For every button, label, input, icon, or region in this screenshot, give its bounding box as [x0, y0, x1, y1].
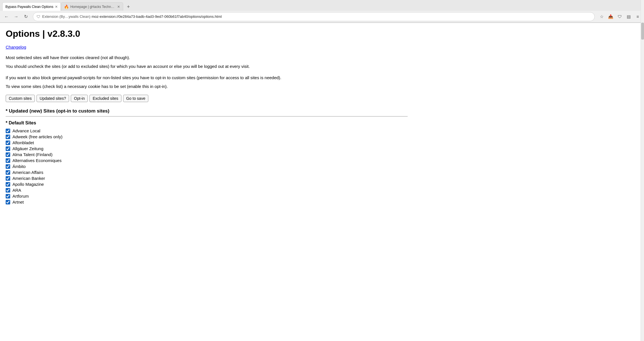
back-button[interactable]: ←: [2, 12, 11, 21]
site-checkbox-alternatives-econ[interactable]: [6, 158, 10, 163]
description-line-3: If you want to also block general paywal…: [6, 75, 408, 81]
site-item: American Banker: [6, 176, 408, 181]
nav-bar: ← → ↻ 🛡 Extension (By…ywalls Clean) moz-…: [0, 11, 644, 23]
site-label-advance-local: Advance Local: [12, 128, 40, 133]
go-to-save-button[interactable]: Go to save: [123, 95, 149, 102]
url-display: moz-extension://0e284a73-badb-4ad3-9ed7-…: [92, 14, 222, 19]
site-label-adweek: Adweek (free articles only): [12, 134, 63, 139]
site-checkbox-aftonbladet[interactable]: [6, 141, 10, 145]
tab-homepage-title: Homepage | gHacks Technolog…: [70, 5, 115, 9]
site-item: Artnet: [6, 200, 408, 204]
extension-label: Extension (By…ywalls Clean): [42, 14, 91, 19]
tab-homepage-close[interactable]: ✕: [117, 5, 120, 9]
site-label-aftonbladet: Aftonbladet: [12, 140, 34, 145]
custom-sites-button[interactable]: Custom sites: [6, 95, 35, 102]
site-item: ARA: [6, 188, 408, 193]
site-checkbox-advance-local[interactable]: [6, 129, 10, 133]
scrollbar-track[interactable]: [641, 0, 644, 217]
site-checkbox-american-affairs[interactable]: [6, 170, 10, 175]
description-line-4: To view some sites (check list) a necess…: [6, 83, 408, 90]
reader-icon[interactable]: ▤: [625, 13, 633, 21]
site-item: Alma Talent (Finland): [6, 152, 408, 157]
site-label-alternatives-econ: Alternatives Economiques: [12, 158, 61, 163]
forward-button[interactable]: →: [12, 12, 20, 21]
changelog-link[interactable]: Changelog: [6, 45, 26, 49]
tab-homepage-favicon: 🔥: [64, 5, 69, 9]
site-label-american-affairs: American Affairs: [12, 170, 43, 175]
default-sites-title: * Default Sites: [6, 120, 408, 126]
browser-chrome: Bypass Paywalls Clean Options ✕ 🔥 Homepa…: [0, 0, 644, 23]
site-checkbox-ambito[interactable]: [6, 164, 10, 169]
tab-homepage[interactable]: 🔥 Homepage | gHacks Technolog… ✕: [61, 2, 123, 11]
site-checkbox-allgauer[interactable]: [6, 146, 10, 151]
site-item: Alternatives Economiques: [6, 158, 408, 163]
section-divider: [6, 116, 408, 116]
site-checkbox-ara[interactable]: [6, 188, 10, 193]
security-icon: 🛡: [37, 14, 40, 19]
nav-buttons: Custom sites Updated sites? Opt-in Exclu…: [6, 95, 408, 102]
site-label-artnet: Artnet: [12, 200, 24, 204]
site-label-ara: ARA: [12, 188, 21, 193]
site-item: Artforum: [6, 194, 408, 198]
updated-sites-button[interactable]: Updated sites?: [37, 95, 69, 102]
updated-section-title: * Updated (new) Sites (opt-in to custom …: [6, 108, 408, 114]
tab-bar: Bypass Paywalls Clean Options ✕ 🔥 Homepa…: [0, 0, 644, 11]
site-label-allgauer: Allgäuer Zeitung: [12, 146, 43, 151]
site-checkbox-apollo-magazine[interactable]: [6, 182, 10, 187]
tab-options-title: Bypass Paywalls Clean Options: [5, 5, 53, 9]
site-item: Allgäuer Zeitung: [6, 146, 408, 151]
sites-list: Advance Local Adweek (free articles only…: [6, 128, 408, 204]
site-item: Aftonbladet: [6, 140, 408, 145]
site-label-alma-talent: Alma Talent (Finland): [12, 152, 52, 157]
description-block-2: If you want to also block general paywal…: [6, 75, 408, 90]
site-label-ambito: Ámbito: [12, 164, 26, 169]
reload-button[interactable]: ↻: [22, 12, 30, 21]
site-item: Apollo Magazine: [6, 182, 408, 187]
page-content: Options | v2.8.3.0 Changelog Most select…: [0, 23, 413, 217]
site-checkbox-alma-talent[interactable]: [6, 152, 10, 157]
site-label-apollo-magazine: Apollo Magazine: [12, 182, 44, 187]
nav-right-icons: ☆ 📥 🛡 ▤ ≡: [598, 13, 642, 21]
opt-in-button[interactable]: Opt-in: [71, 95, 88, 102]
site-item: Advance Local: [6, 128, 408, 133]
site-item: Ámbito: [6, 164, 408, 169]
site-label-artforum: Artforum: [12, 194, 29, 198]
address-bar[interactable]: 🛡 Extension (By…ywalls Clean) moz-extens…: [33, 12, 595, 21]
shield-icon[interactable]: 🛡: [616, 13, 624, 21]
description-block-1: Most selected sites will have their cook…: [6, 55, 408, 70]
description-line-1: Most selected sites will have their cook…: [6, 55, 408, 61]
site-checkbox-adweek[interactable]: [6, 135, 10, 139]
description-line-2: You should uncheck the sites (or add to …: [6, 63, 408, 70]
scrollbar-thumb[interactable]: [641, 23, 644, 40]
page-title: Options | v2.8.3.0: [6, 29, 408, 39]
tab-options-close[interactable]: ✕: [55, 5, 58, 9]
excluded-sites-button[interactable]: Excluded sites: [89, 95, 121, 102]
site-checkbox-american-banker[interactable]: [6, 176, 10, 181]
bookmark-icon[interactable]: ☆: [598, 13, 606, 21]
tab-options[interactable]: Bypass Paywalls Clean Options ✕: [2, 2, 61, 11]
site-checkbox-artforum[interactable]: [6, 194, 10, 198]
new-tab-button[interactable]: +: [124, 3, 132, 11]
site-label-american-banker: American Banker: [12, 176, 45, 181]
site-item: American Affairs: [6, 170, 408, 175]
site-checkbox-artnet[interactable]: [6, 200, 10, 204]
pocket-icon[interactable]: 📥: [607, 13, 615, 21]
site-item: Adweek (free articles only): [6, 134, 408, 139]
